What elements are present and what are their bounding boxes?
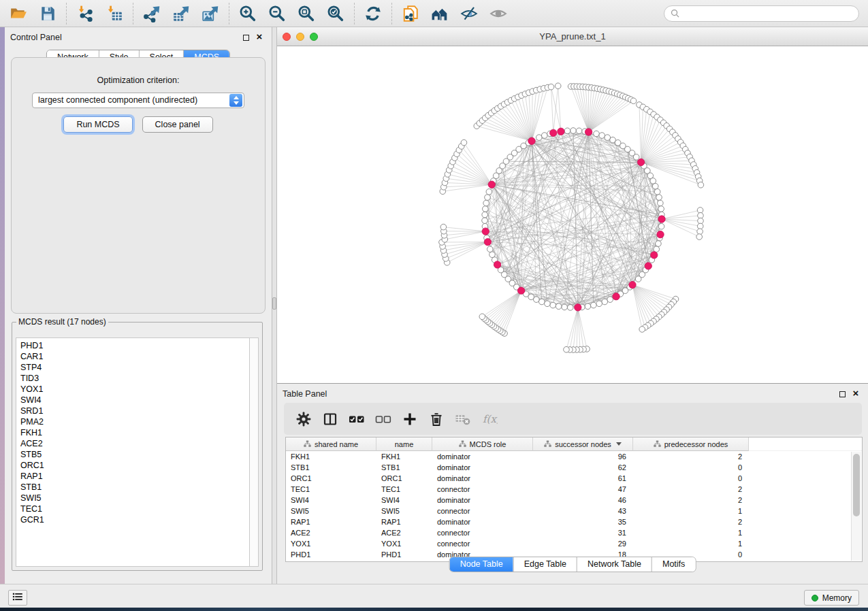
column-header-shared-name[interactable]: shared name [286,437,376,451]
graph-node[interactable] [596,301,602,307]
export-image-button[interactable] [198,2,223,25]
graph-node[interactable] [639,327,645,333]
mcds-node-item[interactable]: PHD1 [20,340,249,351]
mcds-dominator-node[interactable] [488,181,495,188]
mcds-dominator-node[interactable] [575,304,581,311]
search-input[interactable] [684,9,853,18]
network-window-titlebar[interactable]: YPA_prune.txt_1 [277,27,868,46]
graph-node[interactable] [489,252,496,258]
graph-node[interactable] [697,223,703,229]
open-session-button[interactable] [6,2,31,25]
import-network-button[interactable] [73,2,97,25]
table-row[interactable]: TEC1TEC1connector472 [286,484,862,495]
zoom-fit-button[interactable] [294,2,319,25]
toggle-panel-mode-button[interactable] [320,409,340,429]
mcds-result-list[interactable]: PHD1CAR1STP4TID3YOX1SWI4SRD1PMA2FKH1ACE2… [16,337,249,567]
mcds-node-item[interactable]: SWI4 [20,395,249,406]
mcds-dominator-node[interactable] [657,231,664,237]
panel-splitter[interactable] [272,27,277,584]
graph-node[interactable] [556,303,562,310]
graph-node[interactable] [585,303,591,310]
float-panel-icon[interactable] [243,35,249,41]
create-column-button[interactable] [400,409,419,429]
table-row[interactable]: RAP1RAP1dominator352 [286,516,862,527]
save-session-button[interactable] [35,2,60,25]
zoom-selected-button[interactable] [323,2,348,25]
mcds-dominator-node[interactable] [558,128,564,135]
mcds-dominator-node[interactable] [645,263,652,269]
mcds-dominator-node[interactable] [658,216,665,222]
mcds-node-item[interactable]: STB5 [20,449,249,460]
table-row[interactable]: ORC1ORC1dominator610 [286,473,862,484]
graph-node[interactable] [483,200,489,206]
graph-node[interactable] [656,241,662,247]
search-box[interactable] [664,5,859,22]
table-row[interactable]: FKH1FKH1dominator962 [286,451,862,462]
mcds-node-item[interactable]: YOX1 [20,384,249,395]
graph-node[interactable] [482,212,488,218]
zoom-out-button[interactable] [265,2,289,25]
mcds-dominator-node[interactable] [528,137,535,144]
close-table-panel-icon[interactable]: × [850,386,861,400]
graph-node[interactable] [630,98,637,104]
graph-node[interactable] [576,128,582,134]
graph-node[interactable] [697,229,703,235]
graph-node[interactable] [633,154,639,161]
mcds-dominator-node[interactable] [637,159,644,165]
graph-node[interactable] [555,83,561,89]
optimization-criterion-select[interactable]: largest connected component (undirected) [32,93,244,108]
export-network-button[interactable] [140,2,164,25]
splitter-grip-icon[interactable] [272,297,276,310]
graph-node[interactable] [564,346,570,352]
graph-node[interactable] [487,246,493,252]
mcds-dominator-node[interactable] [494,261,500,268]
graph-node[interactable] [698,212,704,218]
run-mcds-button[interactable]: Run MCDS [63,116,132,133]
graph-node[interactable] [539,299,545,305]
task-history-button[interactable] [8,590,27,606]
graph-node[interactable] [564,128,570,134]
mcds-node-item[interactable]: PMA2 [20,416,249,427]
graph-node[interactable] [541,133,547,139]
mcds-result-scrollbar[interactable] [249,337,259,567]
graph-node[interactable] [545,301,551,307]
graph-node[interactable] [570,128,577,134]
graph-node[interactable] [658,206,664,212]
graph-node[interactable] [658,200,664,206]
mcds-dominator-node[interactable] [629,281,636,288]
zoom-in-button[interactable] [236,2,260,25]
graph-node[interactable] [605,135,611,141]
mcds-dominator-node[interactable] [613,293,620,300]
graph-node[interactable] [635,276,641,282]
mcds-node-item[interactable]: CAR1 [20,351,249,362]
mcds-dominator-node[interactable] [585,129,592,135]
unselect-all-columns-button[interactable] [373,409,393,429]
mcds-dominator-node[interactable] [517,287,524,294]
tab-node-table[interactable]: Node Table [450,557,513,572]
graph-node[interactable] [536,135,542,141]
memory-button[interactable]: Memory [804,590,859,606]
mcds-dominator-node[interactable] [484,238,491,245]
graph-node[interactable] [461,139,467,146]
graph-node[interactable] [479,314,485,320]
mcds-node-item[interactable]: ACE2 [20,438,249,449]
mcds-dominator-node[interactable] [550,129,557,136]
close-panel-icon[interactable]: × [254,30,265,44]
graph-node[interactable] [658,223,664,229]
graph-node[interactable] [698,182,704,188]
table-row[interactable]: STB1STB1dominator620 [286,462,862,473]
mcds-node-item[interactable]: SRD1 [20,406,249,416]
graph-node[interactable] [485,195,491,201]
network-graph[interactable] [277,46,868,383]
float-table-panel-icon[interactable] [839,391,846,397]
tab-motifs[interactable]: Motifs [652,557,695,572]
mcds-node-item[interactable]: TEC1 [20,503,249,514]
graph-node[interactable] [534,297,540,303]
table-row[interactable]: SWI4SWI4dominator462 [286,495,862,506]
graph-node[interactable] [607,297,613,303]
select-all-columns-button[interactable] [347,409,366,429]
mcds-node-item[interactable]: GCR1 [20,514,249,525]
table-settings-button[interactable] [293,409,313,429]
scrollbar-thumb[interactable] [853,454,860,516]
close-panel-button[interactable]: Close panel [142,116,213,133]
